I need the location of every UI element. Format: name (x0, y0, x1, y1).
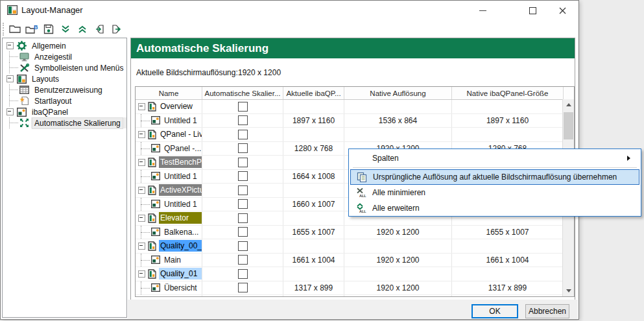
auto-scaling-checkbox[interactable] (238, 269, 248, 279)
cell-aktuelle (283, 128, 344, 141)
cell-aktuelle: 1897 x 1160 (283, 114, 344, 128)
layout-group-name: Elevator (159, 212, 202, 224)
table-row[interactable]: Übersicht1317 x 8991920 x 12001317 x 899 (136, 281, 574, 296)
menu-item-alle-erweitern[interactable]: ALLAlle erweitern (350, 200, 639, 216)
row-collapse-toggle[interactable] (138, 159, 145, 166)
cell-native_size: 1897 x 1160 (452, 114, 564, 128)
auto-scaling-checkbox[interactable] (238, 199, 248, 209)
svg-text:B: B (34, 24, 38, 30)
auto-scaling-checkbox[interactable] (238, 185, 248, 195)
table-row[interactable]: Quality_00_... (136, 239, 574, 254)
table-header-row: NameAutomatische Skalier...Aktuelle ibaQ… (136, 87, 574, 100)
tree-item-symbolleisten-und-men-s[interactable]: Symbolleisten und Menüs (3, 62, 126, 73)
qpanel-icon (17, 108, 27, 117)
tree-item-startlayout[interactable]: ★Startlayout (3, 95, 126, 106)
cell-native_res (344, 267, 452, 281)
auto-scaling-checkbox[interactable] (238, 102, 248, 112)
toolbar: B (1, 20, 578, 38)
layout-page-icon (148, 130, 156, 139)
menu-item-spalten[interactable]: Spalten (350, 150, 639, 166)
table-row[interactable]: Balkena...1655 x 10071920 x 12001655 x 1… (136, 226, 574, 240)
auto-scaling-checkbox[interactable] (238, 158, 248, 167)
auto-scaling-checkbox[interactable] (238, 255, 248, 265)
close-button[interactable] (547, 1, 577, 20)
layout-group-name: TestBenchPi... (159, 156, 202, 168)
open-layout-button[interactable] (6, 22, 23, 36)
menu-item-ursprüngliche-auflösung-auf-aktuelle-bil[interactable]: Ursprüngliche Auflösung auf aktuelle Bil… (350, 169, 639, 185)
resolution-value: 1920 x 1200 (238, 68, 281, 77)
move-up-button[interactable] (74, 22, 91, 36)
table-row[interactable] (136, 295, 574, 297)
row-collapse-toggle[interactable] (138, 243, 145, 250)
page-title: Automatische Skalierung (131, 38, 575, 58)
tree-item-label: Layouts (30, 74, 61, 84)
scroll-down-button[interactable] (563, 285, 574, 296)
open-layout-b-button[interactable]: B (23, 22, 40, 36)
auto-scaling-checkbox[interactable] (238, 283, 248, 292)
maximize-icon (529, 7, 536, 14)
screenshot-stage: Layout-Manager B AllgemeinAnzeigestilSym… (0, 0, 644, 321)
tree-collapse-toggle[interactable] (6, 108, 14, 115)
tree-item-layouts[interactable]: Layouts (3, 73, 126, 84)
tree-item-ibaqpanel[interactable]: ibaQPanel (3, 106, 126, 117)
qpanel-page-icon (151, 172, 160, 180)
title-bar[interactable]: Layout-Manager (1, 1, 578, 20)
cell-native_res (344, 100, 452, 113)
row-collapse-toggle[interactable] (138, 215, 145, 222)
ok-button[interactable]: OK (471, 304, 518, 318)
tree-collapse-toggle[interactable] (6, 75, 14, 82)
layout-group-name: Quality_00_... (159, 240, 202, 252)
scrollbar-thumb[interactable] (564, 112, 573, 139)
tree-item-label: Symbolleisten und Menüs (32, 63, 125, 73)
row-collapse-toggle[interactable] (138, 187, 145, 194)
table-row[interactable]: Main1661 x 10041920 x 12001661 x 1004 (136, 254, 574, 268)
auto-scaling-checkbox[interactable] (238, 115, 248, 125)
auto-scaling-checkbox[interactable] (238, 130, 248, 139)
auto-scaling-checkbox[interactable] (238, 143, 248, 153)
save-layout-button[interactable] (40, 22, 57, 36)
scroll-up-button[interactable] (563, 99, 574, 110)
row-collapse-toggle[interactable] (138, 270, 145, 278)
import-layout-button[interactable] (91, 22, 108, 36)
row-collapse-toggle[interactable] (138, 103, 145, 110)
tree-collapse-toggle[interactable] (6, 42, 14, 49)
arrow-up-icon (566, 103, 571, 106)
layout-icon (17, 75, 27, 84)
cancel-button[interactable]: Abbrechen (525, 304, 569, 318)
tree-item-benutzerzuweisung[interactable]: Benutzerzuweisung (3, 84, 126, 95)
table-row[interactable]: Quality_01 (136, 267, 574, 281)
column-header-2[interactable]: Automatische Skalier... (202, 87, 283, 99)
table-row[interactable]: QPanel - Live (136, 128, 574, 142)
app-layout-icon (7, 5, 18, 15)
export-layout-button[interactable] (108, 22, 125, 36)
layout-group-name: Quality_01 (159, 268, 202, 279)
column-header-1[interactable]: Name (136, 87, 202, 99)
dialog-footer: OK Abbrechen (128, 300, 578, 318)
table-row[interactable]: Untitled 11897 x 11601536 x 8641897 x 11… (136, 114, 574, 128)
table-row[interactable]: Overview (136, 100, 574, 114)
auto-scaling-checkbox[interactable] (238, 241, 248, 251)
auto-scaling-checkbox[interactable] (238, 213, 248, 223)
folder-icon (9, 24, 21, 34)
row-collapse-toggle[interactable] (138, 131, 145, 138)
menu-item-label: Spalten (372, 154, 399, 163)
menu-item-alle-minimieren[interactable]: ALLAlle minimieren (350, 185, 639, 200)
minimize-button[interactable] (468, 1, 497, 20)
cell-native_res: 1536 x 864 (344, 114, 452, 128)
chevron-double-up-icon (77, 24, 88, 34)
tree-item-anzeigestil[interactable]: Anzeigestil (3, 51, 126, 62)
cell-native_size (452, 239, 564, 253)
maximize-button[interactable] (518, 1, 547, 20)
export-icon (111, 24, 122, 34)
column-header-4[interactable]: Native Auflösung (344, 87, 452, 99)
tree-item-allgemein[interactable]: Allgemein (3, 40, 126, 51)
cell-aktuelle (283, 156, 344, 169)
auto-scaling-checkbox[interactable] (238, 171, 248, 181)
move-down-button[interactable] (57, 22, 74, 36)
column-header-3[interactable]: Aktuelle ibaQP... (283, 87, 344, 99)
qpanel-page-icon (151, 144, 160, 152)
tree-item-automatische-skalierung[interactable]: Automatische Skalierung (3, 117, 126, 128)
panel-name: Übersicht (163, 282, 202, 294)
column-header-5[interactable]: Native ibaQPanel-Größe (452, 87, 564, 99)
auto-scaling-checkbox[interactable] (238, 227, 248, 237)
